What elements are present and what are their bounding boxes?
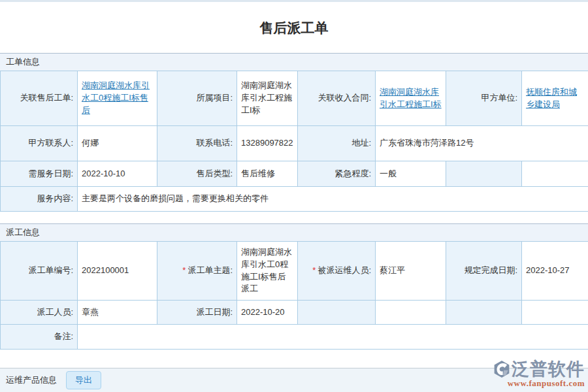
remark-label: 备注: [1,325,78,350]
empty-value-cell [376,301,446,325]
urgency-label: 紧急程度: [298,161,376,187]
export-button[interactable]: 导出 [66,371,101,389]
dispatch-assignee-label: *被派运维人员: [298,242,376,301]
dispatcher-value: 章燕 [78,301,157,325]
dispatch-table: 派工单编号: 2022100001 *派工单主题: 湖南洞庭湖水库引水工0程施工… [0,241,588,350]
phone-value: 13289097822 [237,126,298,161]
fanpu-logo-icon [493,360,510,378]
service-type-value: 售后维修 [237,161,298,187]
related-service-order-label: 关联售后工单: [1,71,78,126]
dispatch-subject-label-text: 派工单主题: [188,265,233,275]
section-title-work-order: 工单信息 [6,57,40,67]
phone-label: 联系电话: [157,126,237,161]
project-value: 湖南洞庭湖水库引水工程施工I标 [237,71,298,126]
service-type-label: 售后类型: [157,161,237,187]
work-order-row-4: 服务内容: 主要是两个设备的磨损问题，需要更换相关的零件 [1,187,588,212]
top-strip [0,0,588,2]
dispatch-subject-label: *派工单主题: [157,242,237,301]
service-content-value: 主要是两个设备的磨损问题，需要更换相关的零件 [78,187,588,212]
brand-name: 泛普软件 [512,361,585,378]
dispatch-subject-value: 湖南洞庭湖水库引水工0程施工I标售后派工 [237,242,298,301]
dispatcher-label: 派工人员: [1,301,78,325]
income-contract-link[interactable]: 湖南洞庭湖水库引水工程施工I标 [380,87,442,109]
dispatch-row-2: 派工人员: 章燕 派工日期: 2022-10-20 [1,301,588,325]
address-value: 广东省珠海市菏泽路12号 [376,126,588,161]
brand-url: www.fanpusoft.com [493,378,585,389]
work-order-row-1: 关联售后工单: 湖南洞庭湖水库引水工0程施工I标售后 所属项目: 湖南洞庭湖水库… [1,71,588,126]
required-asterisk: * [312,265,316,275]
required-asterisk: * [182,265,186,275]
client-contact-value: 何娜 [78,126,157,161]
empty-value-cell [522,161,588,187]
fanpu-watermark: 泛普软件 www.fanpusoft.com [493,360,585,389]
empty-label-cell [446,161,522,187]
section-gap [0,212,588,223]
dispatch-date-value: 2022-10-20 [237,301,298,325]
dispatch-assignee-label-text: 被派运维人员: [318,265,371,275]
dispatch-order-no-value: 2022100001 [78,242,157,301]
work-order-table: 关联售后工单: 湖南洞庭湖水库引水工0程施工I标售后 所属项目: 湖南洞庭湖水库… [0,71,588,212]
client-unit-link[interactable]: 抚顺住房和城乡建设局 [526,87,577,109]
dispatch-row-1: 派工单编号: 2022100001 *派工单主题: 湖南洞庭湖水库引水工0程施工… [1,242,588,301]
address-label: 地址: [298,126,376,161]
section-title-dispatch: 派工信息 [6,227,40,237]
dispatch-deadline-label: 规定完成日期: [446,242,522,301]
related-service-order-link[interactable]: 湖南洞庭湖水库引水工0程施工I标售后 [82,80,150,115]
empty-label-cell [446,301,522,325]
work-order-row-2: 甲方联系人: 何娜 联系电话: 13289097822 地址: 广东省珠海市菏泽… [1,126,588,161]
client-unit-label: 甲方单位: [446,71,522,126]
dispatch-assignee-value: 蔡江平 [376,242,446,301]
section-header-work-order: 工单信息 [0,53,588,71]
service-content-label: 服务内容: [1,187,78,212]
section-header-dispatch: 派工信息 [0,223,588,241]
dispatch-date-label: 派工日期: [157,301,237,325]
service-date-label: 需服务日期: [1,161,78,187]
urgency-value: 一般 [376,161,446,187]
client-unit-cell: 抚顺住房和城乡建设局 [522,71,588,126]
empty-value-cell [522,301,588,325]
maintenance-products-label: 运维产品信息 [6,374,57,386]
client-contact-label: 甲方联系人: [1,126,78,161]
income-contract-label: 关联收入合同: [298,71,376,126]
project-label: 所属项目: [157,71,237,126]
dispatch-row-3: 备注: [1,325,588,350]
page-title: 售后派工单 [0,19,588,37]
watermark-row: 泛普软件 [493,360,585,378]
service-date-value: 2022-10-10 [78,161,157,187]
remark-value [78,325,588,350]
work-order-row-3: 需服务日期: 2022-10-10 售后类型: 售后维修 紧急程度: 一般 [1,161,588,187]
dispatch-order-no-label: 派工单编号: [1,242,78,301]
related-service-order-cell: 湖南洞庭湖水库引水工0程施工I标售后 [78,71,157,126]
income-contract-cell: 湖南洞庭湖水库引水工程施工I标 [376,71,446,126]
empty-label-cell [298,301,376,325]
dispatch-deadline-value: 2022-10-27 [522,242,588,301]
